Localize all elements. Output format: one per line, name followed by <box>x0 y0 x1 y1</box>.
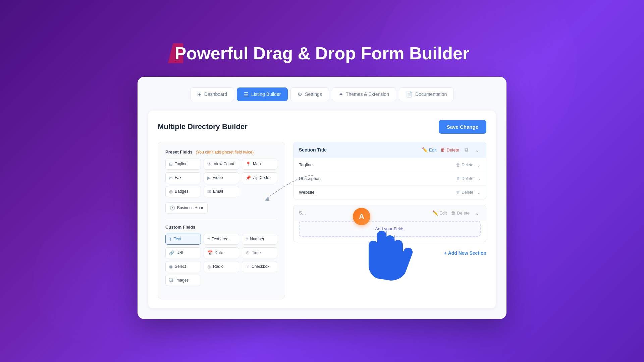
section-1-body: Tagline 🗑 Delete ⌄ Desc <box>293 158 486 199</box>
url-icon: 🔗 <box>169 250 174 255</box>
section-1-delete-button[interactable]: 🗑 Delete <box>440 147 459 153</box>
custom-fields-grid: T Text ≡ Text area # Number <box>165 234 277 286</box>
section-2-edit-button[interactable]: ✏️ Edit <box>432 210 447 216</box>
app-window: ⊞ Dashboard ☰ Listing Builder ⚙ Settings… <box>138 77 506 319</box>
builder-columns: Preset Fields (You can't add preset fiel… <box>158 142 486 299</box>
themes-icon: ✦ <box>339 91 343 98</box>
field-description-delete-button[interactable]: 🗑 Delete <box>456 176 473 181</box>
map-icon: 📍 <box>246 162 251 167</box>
edit-icon: ✏️ <box>422 147 428 153</box>
tab-documentation[interactable]: 📄 Documentation <box>399 87 454 101</box>
checkbox-icon: ☑ <box>246 264 250 269</box>
preset-field-map[interactable]: 📍 Map <box>242 159 277 170</box>
radio-icon: ◎ <box>207 264 211 269</box>
field-tagline-collapse-button[interactable]: ⌄ <box>477 162 481 168</box>
custom-field-text[interactable]: T Text <box>165 234 201 245</box>
section-card-1: Section Title ✏️ Edit 🗑 Delete <box>293 142 486 199</box>
save-change-button[interactable]: Save Change <box>439 120 486 134</box>
builder-area: Multiple Directory Builder Save Change P… <box>148 111 496 308</box>
add-new-section-button[interactable]: + Add New Section <box>293 248 486 258</box>
preset-field-tagline[interactable]: ⊞ Tagline <box>165 159 201 170</box>
preset-field-video[interactable]: ▶ Video <box>204 172 239 183</box>
badges-icon: ◎ <box>169 189 173 194</box>
email-icon: ✉ <box>207 189 211 194</box>
field-row-actions: 🗑 Delete ⌄ <box>456 190 481 195</box>
tab-settings[interactable]: ⚙ Settings <box>290 87 329 101</box>
section-card-2: S... ✏️ Edit 🗑 Delete ⌄ <box>293 205 486 242</box>
custom-fields-title: Custom Fields <box>165 225 277 230</box>
documentation-icon: 📄 <box>406 91 413 98</box>
custom-field-time[interactable]: ⏱ Time <box>242 247 277 258</box>
preset-fields-section: Preset Fields (You can't add preset fiel… <box>165 149 277 214</box>
divider <box>165 219 277 219</box>
section-1-edit-button[interactable]: ✏️ Edit <box>422 147 436 153</box>
custom-field-select[interactable]: ◉ Select <box>165 261 201 272</box>
section-2-header: S... ✏️ Edit 🗑 Delete ⌄ <box>293 205 486 221</box>
field-row-actions: 🗑 Delete ⌄ <box>456 162 481 168</box>
hero-section: Powerful Drag & Drop Form Builder <box>138 43 506 63</box>
custom-field-checkbox[interactable]: ☑ Checkbox <box>242 261 277 272</box>
business-hour-icon: 🕐 <box>170 205 175 210</box>
add-fields-area: Add your Felds <box>299 221 481 237</box>
tab-listing-builder[interactable]: ☰ Listing Builder <box>237 87 288 101</box>
custom-field-textarea[interactable]: ≡ Text area <box>204 234 239 245</box>
trash-small-icon: 🗑 <box>456 190 460 195</box>
date-icon: 📅 <box>207 250 213 255</box>
trash-small-icon: 🗑 <box>456 176 460 181</box>
time-icon: ⏱ <box>246 250 250 255</box>
custom-field-images[interactable]: 🖼 Images <box>165 275 201 286</box>
section-2-collapse-button[interactable]: ⌄ <box>474 209 481 217</box>
section-2-title: S... <box>299 210 306 216</box>
field-description-collapse-button[interactable]: ⌄ <box>477 176 481 181</box>
custom-field-number[interactable]: # Number <box>242 234 277 245</box>
field-description-label: Description <box>299 176 321 181</box>
nav-tabs: ⊞ Dashboard ☰ Listing Builder ⚙ Settings… <box>148 87 496 101</box>
field-website-delete-button[interactable]: 🗑 Delete <box>456 190 473 195</box>
custom-field-date[interactable]: 📅 Date <box>204 247 239 258</box>
preset-field-fax[interactable]: ✉ Fax <box>165 172 201 183</box>
section-2-delete-button[interactable]: 🗑 Delete <box>451 210 470 216</box>
preset-field-view-count[interactable]: 👁 View Count <box>204 159 239 170</box>
page-title: Powerful Drag & Drop Form Builder <box>175 43 469 63</box>
tab-dashboard[interactable]: ⊞ Dashboard <box>190 87 234 101</box>
images-icon: 🖼 <box>169 278 173 283</box>
textarea-icon: ≡ <box>207 237 210 242</box>
avatar: A <box>353 208 370 225</box>
video-icon: ▶ <box>207 175 211 180</box>
right-panel: Section Title ✏️ Edit 🗑 Delete <box>293 142 486 299</box>
tab-themes-extension[interactable]: ✦ Themes & Extension <box>332 87 396 101</box>
field-tagline-label: Tagline <box>299 162 313 167</box>
trash-icon: 🗑 <box>440 147 445 153</box>
section-1-copy-button[interactable]: ⧉ <box>463 146 470 154</box>
trash-small-icon: 🗑 <box>456 163 460 167</box>
number-icon: # <box>246 237 248 242</box>
select-icon: ◉ <box>169 264 173 269</box>
section-1-collapse-button[interactable]: ⌄ <box>474 146 481 154</box>
preset-field-email[interactable]: ✉ Email <box>204 186 239 197</box>
custom-field-url[interactable]: 🔗 URL <box>165 247 201 258</box>
preset-field-badges[interactable]: ◎ Badges <box>165 186 201 197</box>
tagline-icon: ⊞ <box>169 162 173 167</box>
custom-field-radio[interactable]: ◎ Radio <box>204 261 239 272</box>
dashboard-icon: ⊞ <box>197 91 202 98</box>
section-1-title: Section Title <box>299 147 327 153</box>
field-website-label: Website <box>299 190 315 195</box>
preset-field-zip-code[interactable]: 📌 Zip Code <box>242 172 277 183</box>
left-panel: Preset Fields (You can't add preset fiel… <box>158 142 285 299</box>
section-1-actions: ✏️ Edit 🗑 Delete ⧉ ⌄ <box>422 146 481 154</box>
preset-field-business-hour[interactable]: 🕐 Business Hour <box>165 202 208 214</box>
settings-icon: ⚙ <box>298 91 302 98</box>
table-row: Website 🗑 Delete ⌄ <box>293 186 486 199</box>
table-row: Description 🗑 Delete ⌄ <box>293 172 486 186</box>
preset-fields-grid: ⊞ Tagline 👁 View Count 📍 Map <box>165 159 277 197</box>
custom-fields-section: Custom Fields T Text ≡ Text area <box>165 225 277 286</box>
field-website-collapse-button[interactable]: ⌄ <box>477 190 481 195</box>
view-count-icon: 👁 <box>207 162 212 167</box>
fax-icon: ✉ <box>169 175 173 180</box>
field-tagline-delete-button[interactable]: 🗑 Delete <box>456 163 473 167</box>
section-2-actions: ✏️ Edit 🗑 Delete ⌄ <box>432 209 481 217</box>
trash-icon: 🗑 <box>451 210 455 216</box>
text-icon: T <box>169 237 172 242</box>
table-row: Tagline 🗑 Delete ⌄ <box>293 158 486 172</box>
builder-header: Multiple Directory Builder Save Change <box>158 120 486 134</box>
